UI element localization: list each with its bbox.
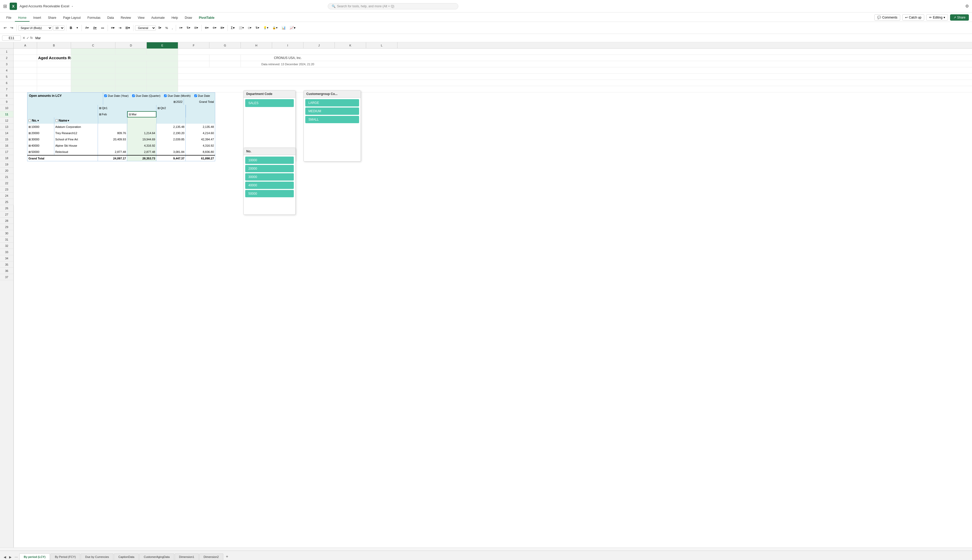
mar-cell-active[interactable]: ⊟ Mar: [127, 111, 157, 117]
due-month-checkbox[interactable]: [164, 95, 167, 97]
no-item-50000[interactable]: 50000: [245, 190, 294, 197]
tab-formulas[interactable]: Formulas: [84, 14, 104, 22]
row-header-20[interactable]: 20: [0, 168, 13, 174]
fx-icon[interactable]: fx: [30, 36, 33, 40]
cell-d1[interactable]: [115, 48, 147, 55]
col-header-l[interactable]: L: [366, 42, 397, 48]
feb-cell[interactable]: ⊞ Feb: [98, 111, 127, 117]
cell-c2[interactable]: [71, 55, 115, 61]
col-header-f[interactable]: F: [178, 42, 209, 48]
row-header-24[interactable]: 24: [0, 193, 13, 199]
tab-dimension2[interactable]: Dimension2: [199, 553, 223, 560]
no-50000[interactable]: ⊞50000: [27, 149, 54, 155]
settings-icon[interactable]: ⚙: [965, 3, 969, 8]
row-header-5[interactable]: 5: [0, 73, 13, 80]
horizontal-scrollbar[interactable]: [0, 547, 972, 551]
row-header-22[interactable]: 22: [0, 180, 13, 186]
due-date-checkbox[interactable]: [194, 95, 197, 97]
sensitivity-button[interactable]: 🔒▾: [271, 25, 279, 30]
due-year-checkbox[interactable]: [104, 95, 107, 97]
cg-item-large[interactable]: LARGE: [305, 99, 359, 107]
col-header-c[interactable]: C: [71, 42, 115, 48]
due-quarter-checkbox[interactable]: [132, 95, 135, 97]
grid-icon[interactable]: ⊞: [3, 3, 7, 9]
cell-a3[interactable]: [13, 61, 37, 67]
cg-item-medium[interactable]: MEDIUM: [305, 108, 359, 115]
percent-button[interactable]: %: [164, 25, 169, 30]
cell-rest4[interactable]: [178, 67, 972, 73]
col-no-checkbox[interactable]: [28, 119, 31, 122]
cell-f1[interactable]: [178, 48, 972, 55]
cell-c4[interactable]: [71, 67, 115, 73]
row-header-33[interactable]: 33: [0, 249, 13, 255]
tab-by-period-fcy[interactable]: By Period (FCY): [50, 553, 80, 560]
cell-a1[interactable]: [13, 48, 37, 55]
merge-button[interactable]: ⊞▾: [124, 25, 132, 31]
more-buttons[interactable]: •••: [99, 25, 106, 30]
ideas-button[interactable]: 💡▾: [262, 25, 270, 30]
cell-a5[interactable]: [13, 73, 37, 80]
sort-button[interactable]: ⇅▾: [185, 25, 192, 30]
autosum-button[interactable]: Σ▾: [229, 25, 236, 31]
cell-f3[interactable]: [178, 61, 209, 67]
tab-file[interactable]: File: [3, 14, 14, 22]
cell-e4[interactable]: [147, 67, 178, 73]
table-button[interactable]: ⊟▾: [193, 25, 200, 30]
row-header-13[interactable]: 13: [0, 124, 13, 130]
col-header-g[interactable]: G: [209, 42, 241, 48]
row-header-2[interactable]: 2: [0, 55, 13, 61]
cell-c5[interactable]: [71, 73, 115, 80]
row-header-27[interactable]: 27: [0, 212, 13, 218]
row-header-4[interactable]: 4: [0, 67, 13, 73]
indent-button[interactable]: ⇥: [117, 25, 123, 31]
tab-insert[interactable]: Insert: [30, 14, 44, 22]
tab-due-by-currencies[interactable]: Due by Currencies: [81, 553, 114, 560]
share-button[interactable]: ↗ Share: [950, 14, 969, 21]
cell-b1[interactable]: [37, 48, 71, 55]
row-header-34[interactable]: 34: [0, 255, 13, 262]
clear-button[interactable]: ◇▾: [246, 25, 253, 30]
delete-button[interactable]: ⊖▾: [211, 25, 218, 30]
sheet-nav-next[interactable]: ▶: [8, 554, 13, 560]
row-header-25[interactable]: 25: [0, 199, 13, 205]
col-header-k[interactable]: K: [335, 42, 366, 48]
tab-draw[interactable]: Draw: [182, 14, 195, 22]
currency-button[interactable]: $▾: [157, 25, 163, 30]
confirm-icon[interactable]: ✓: [27, 36, 29, 40]
bold-button[interactable]: B: [68, 25, 74, 31]
row-header-8[interactable]: 8: [0, 92, 13, 98]
catch-up-button[interactable]: ↩ Catch up: [902, 14, 924, 21]
row-header-10[interactable]: 10: [0, 105, 13, 111]
tab-data[interactable]: Data: [104, 14, 117, 22]
tab-view[interactable]: View: [135, 14, 148, 22]
cell-g2[interactable]: [209, 55, 241, 61]
cell-reference[interactable]: E11: [2, 35, 21, 41]
tab-page-layout[interactable]: Page Layout: [60, 14, 84, 22]
row-header-37[interactable]: 37: [0, 274, 13, 280]
sheet-nav-end[interactable]: ⋯: [13, 554, 19, 560]
cell-d3[interactable]: [115, 61, 147, 67]
row-header-26[interactable]: 26: [0, 205, 13, 212]
tab-help[interactable]: Help: [169, 14, 181, 22]
cell-d2[interactable]: [115, 55, 147, 61]
row-header-36[interactable]: 36: [0, 268, 13, 274]
cell-e2[interactable]: [147, 55, 178, 61]
row-header-11[interactable]: 11: [0, 111, 13, 117]
cell-a4[interactable]: [13, 67, 37, 73]
undo-button[interactable]: ↩: [2, 25, 8, 31]
row-header-29[interactable]: 29: [0, 224, 13, 230]
row-header-6[interactable]: 6: [0, 80, 13, 86]
no-30000[interactable]: ⊞30000: [27, 136, 54, 142]
row-header-32[interactable]: 32: [0, 243, 13, 249]
row-header-18[interactable]: 18: [0, 155, 13, 161]
cell-c3[interactable]: [71, 61, 115, 67]
font-color-button[interactable]: A▾: [92, 25, 99, 30]
cell-e5[interactable]: [147, 73, 178, 80]
col-name-checkbox[interactable]: [55, 119, 58, 122]
row-header-7[interactable]: 7: [0, 86, 13, 92]
no-item-30000[interactable]: 30000: [245, 173, 294, 181]
row-header-28[interactable]: 28: [0, 218, 13, 224]
tab-automate[interactable]: Automate: [148, 14, 168, 22]
cell-b3[interactable]: [37, 61, 71, 67]
no-10000[interactable]: ⊞ 10000: [27, 124, 54, 130]
